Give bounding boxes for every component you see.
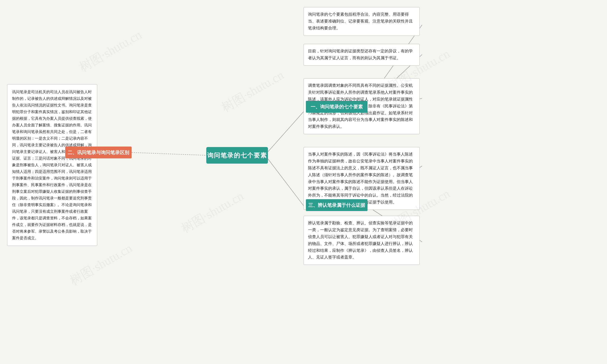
watermark-3: 树图·shutu.cn	[67, 240, 135, 289]
right-branch-1-label: 一、询问笔录的七个要素	[311, 104, 363, 110]
left-text-content: 讯问笔录是司法机关的司法人员在讯问被告人时制作的，记录被告人的供述或辩解情况以及…	[12, 90, 92, 240]
right-info-box-2: 目前，针对询问笔录的证据类型还存有一定的异议，有的学者认为其属于证人证言，而有的…	[304, 44, 420, 66]
right-text-4: 当事人对案件事实的陈述，因《民事诉讼法》将当事人陈述作为单独的证据种类，故在公安…	[308, 152, 413, 204]
right-info-box-1: 询问笔录的七个要素包括程序合法、内容完整、用语要得当、表述要准确到位、记录要客观…	[304, 7, 420, 36]
center-node-label: 询问笔录的七个要素	[207, 151, 267, 160]
right-info-box-5: 辨认笔录属于勘验、检查、辨认、侦查实验等笔录证据中的一类，一般认定为鉴定意见类证…	[304, 216, 420, 265]
right-text-2: 目前，针对询问笔录的证据类型还存有一定的异议，有的学者认为其属于证人证言，而有的…	[308, 49, 413, 60]
left-branch-node: 二、讯问笔录与询问笔录区别	[65, 146, 132, 158]
right-branch-2-label: 三、辨认笔录属于什么证据	[308, 202, 365, 208]
right-text-5: 辨认笔录属于勘验、检查、辨认、侦查实验等笔录证据中的一类，一般认定为鉴定意见类证…	[308, 221, 413, 260]
svg-line-0	[132, 153, 206, 155]
right-branch-node-2: 三、辨认笔录属于什么证据	[306, 199, 368, 211]
watermark-5: 树图·shutu.cn	[178, 188, 246, 237]
right-text-1: 询问笔录的七个要素包括程序合法、内容完整、用语要得当、表述要准确到位、记录要客观…	[308, 12, 413, 30]
watermark-1: 树图·shutu.cn	[76, 26, 145, 76]
center-node: 询问笔录的七个要素	[206, 147, 268, 164]
right-branch-node-1: 一、询问笔录的七个要素	[306, 101, 368, 113]
canvas: 树图·shutu.cn 树图·shutu.cn 树图·shutu.cn 树图·s…	[0, 0, 607, 364]
svg-line-1	[268, 109, 306, 152]
watermark-4: 树图·shutu.cn	[219, 67, 287, 116]
left-branch-label: 二、讯问笔录与询问笔录区别	[68, 149, 129, 156]
left-text-box: 讯问笔录是司法机关的司法人员在讯问被告人时制作的，记录被告人的供述或辩解情况以及…	[7, 84, 97, 246]
svg-line-5	[268, 159, 306, 209]
